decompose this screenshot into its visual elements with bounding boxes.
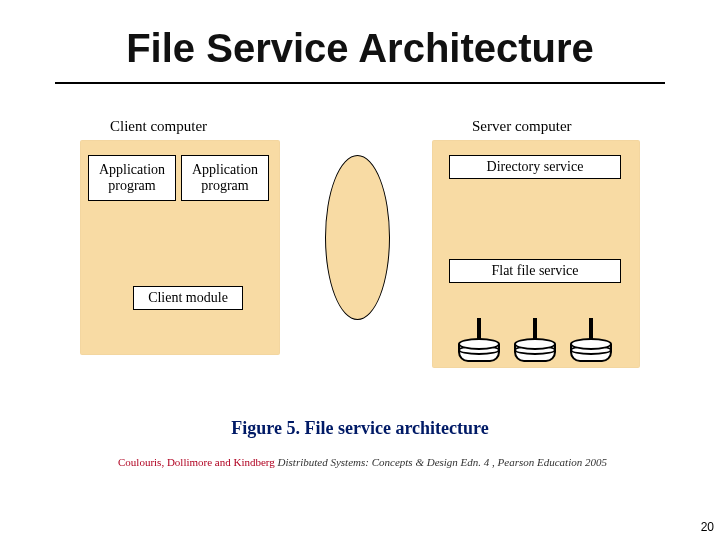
directory-service-box: Directory service: [449, 155, 621, 179]
disk-icon: [458, 338, 500, 364]
disk-connector-2: [533, 318, 537, 340]
figure-caption: Figure 5. File service architecture: [0, 418, 720, 439]
disk-connector-1: [477, 318, 481, 340]
server-computer-label: Server computer: [472, 118, 572, 135]
figure-caption-text: File service architecture: [304, 418, 488, 438]
attribution-book: Distributed Systems: Concepts & Design E…: [275, 456, 607, 468]
application-program-box-1: Application program: [88, 155, 176, 201]
page-title: File Service Architecture: [0, 26, 720, 71]
architecture-diagram: Client computer Server computer Applicat…: [80, 100, 640, 380]
page-number: 20: [701, 520, 714, 534]
figure-number: Figure 5.: [231, 418, 304, 438]
flat-file-service-box: Flat file service: [449, 259, 621, 283]
slide: File Service Architecture Client compute…: [0, 0, 720, 540]
disk-icon: [514, 338, 556, 364]
network-connector-icon: [325, 155, 390, 320]
attribution-authors: Coulouris, Dollimore and Kindberg: [118, 456, 275, 468]
client-computer-label: Client computer: [110, 118, 207, 135]
disk-icon: [570, 338, 612, 364]
disk-connector-3: [589, 318, 593, 340]
client-module-box: Client module: [133, 286, 243, 310]
application-program-box-2: Application program: [181, 155, 269, 201]
title-underline: [55, 82, 665, 84]
attribution-line: Coulouris, Dollimore and Kindberg Distri…: [118, 456, 658, 468]
